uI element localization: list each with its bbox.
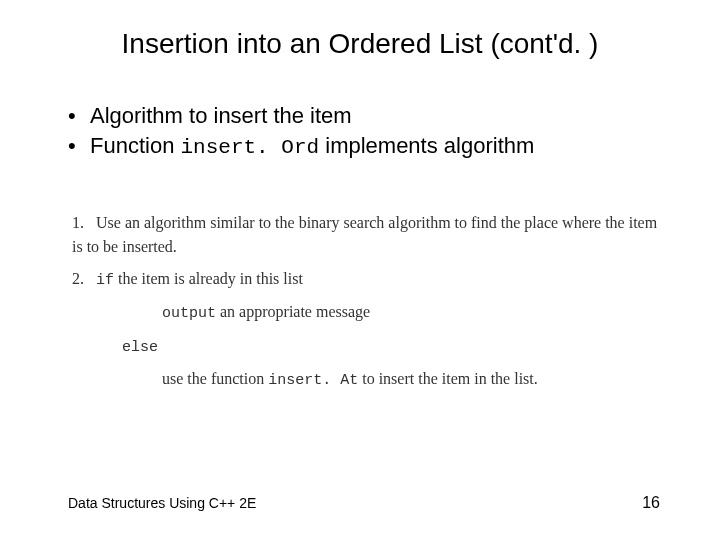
- bullet-item-1: Algorithm to insert the item: [68, 102, 720, 130]
- bullet-list: Algorithm to insert the item Function in…: [0, 102, 720, 161]
- alg-else-post: to insert the item in the list.: [358, 370, 538, 387]
- footer-left: Data Structures Using C++ 2E: [68, 495, 256, 511]
- slide: Insertion into an Ordered List (cont'd. …: [0, 0, 720, 540]
- footer: Data Structures Using C++ 2E 16: [0, 494, 720, 512]
- alg-if-condition: the item is already in this list: [114, 270, 303, 287]
- alg-step-1-text: Use an algorithm similar to the binary s…: [72, 214, 657, 255]
- alg-step-number: 2.: [72, 267, 92, 291]
- page-number: 16: [642, 494, 660, 512]
- alg-step-1: 1. Use an algorithm similar to the binar…: [72, 211, 660, 259]
- alg-step-2: 2. if the item is already in this list: [72, 267, 660, 293]
- alg-step-number: 1.: [72, 211, 92, 235]
- alg-if-keyword: if: [96, 272, 114, 289]
- alg-else-branch: use the function insert. At to insert th…: [72, 367, 660, 393]
- bullet-code-2: insert. Ord: [181, 136, 320, 159]
- bullet-text-2-prefix: Function: [90, 133, 181, 158]
- bullet-text-2-suffix: implements algorithm: [319, 133, 534, 158]
- bullet-text-1: Algorithm to insert the item: [90, 103, 352, 128]
- alg-else-keyword: else: [122, 339, 158, 356]
- alg-else-pre: use the function: [162, 370, 268, 387]
- page-title: Insertion into an Ordered List (cont'd. …: [0, 28, 720, 60]
- alg-else-keyword-line: else: [72, 334, 660, 360]
- alg-else-code: insert. At: [268, 372, 358, 389]
- alg-output-keyword: output: [162, 305, 216, 322]
- alg-then-branch: output an appropriate message: [72, 300, 660, 326]
- bullet-item-2: Function insert. Ord implements algorith…: [68, 132, 720, 161]
- alg-then-text: an appropriate message: [216, 303, 370, 320]
- algorithm-block: 1. Use an algorithm similar to the binar…: [0, 211, 720, 393]
